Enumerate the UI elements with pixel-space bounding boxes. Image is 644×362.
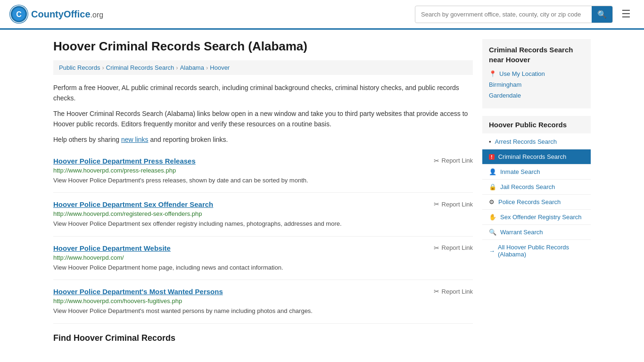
svg-text:C: C (16, 10, 22, 18)
description-1: Perform a free Hoover, AL public crimina… (53, 82, 473, 104)
report-link[interactable]: ✂ Report Link (434, 244, 473, 252)
search-button[interactable]: 🔍 (592, 6, 612, 23)
police-records-link[interactable]: Police Records Search (498, 198, 561, 206)
sidebar-item-criminal-records[interactable]: ! Criminal Records Search (482, 149, 591, 165)
sidebar-all-link[interactable]: → All Hoover Public Records (Alabama) (482, 240, 591, 262)
sidebar: Criminal Records Search near Hoover 📍 Us… (482, 39, 591, 343)
logo-text: CountyOffice.org (31, 9, 103, 20)
location-pin-icon: 📍 (489, 70, 496, 77)
header-right: 🔍 ☰ (415, 6, 635, 23)
sidebar-item-warrant-search[interactable]: 🔍 Warrant Search (482, 225, 591, 240)
use-my-location-link[interactable]: Use My Location (499, 70, 545, 77)
result-url: http://www.hooverpd.com/ (53, 254, 473, 261)
nearby-city-birmingham[interactable]: Birmingham (489, 81, 584, 88)
report-label: Report Link (442, 157, 473, 164)
sidebar-item-arrest-records[interactable]: ▪ Arrest Records Search (482, 134, 591, 149)
jail-icon: 🔒 (489, 183, 496, 190)
inmate-icon: 👤 (489, 168, 496, 175)
birmingham-link[interactable]: Birmingham (489, 81, 521, 88)
sidebar-section-title: Hoover Public Records (482, 116, 591, 133)
result-title[interactable]: Hoover Police Department's Most Wanted P… (53, 288, 223, 296)
use-my-location[interactable]: 📍 Use My Location (489, 70, 584, 77)
result-header: Hoover Police Department Sex Offender Se… (53, 200, 473, 208)
result-desc: View Hoover Police Department home page,… (53, 263, 473, 272)
criminal-records-link[interactable]: Criminal Records Search (498, 153, 567, 160)
sidebar-item-jail-records[interactable]: 🔒 Jail Records Search (482, 180, 591, 195)
result-title[interactable]: Hoover Police Department Sex Offender Se… (53, 200, 213, 208)
warrant-icon: 🔍 (489, 229, 496, 236)
result-item: Hoover Police Department's Most Wanted P… (53, 280, 473, 324)
sidebar-nearby-box: Criminal Records Search near Hoover 📍 Us… (482, 39, 591, 108)
breadcrumb-alabama[interactable]: Alabama (180, 64, 204, 71)
result-title[interactable]: Hoover Police Department Press Releases (53, 157, 196, 165)
result-item: Hoover Police Department Sex Offender Se… (53, 193, 473, 237)
result-title[interactable]: Hoover Police Department Website (53, 244, 171, 252)
nearby-city-gardendale[interactable]: Gardendale (489, 92, 584, 99)
content: Hoover Criminal Records Search (Alabama)… (53, 39, 473, 343)
inmate-search-link[interactable]: Inmate Search (500, 168, 540, 175)
arrest-records-link[interactable]: Arrest Records Search (495, 138, 557, 145)
result-desc: View Hoover Police Department's press re… (53, 176, 473, 185)
search-input[interactable] (415, 7, 592, 22)
report-link[interactable]: ✂ Report Link (434, 288, 473, 295)
report-icon: ✂ (434, 288, 439, 295)
arrest-icon: ▪ (489, 138, 491, 145)
description-2: The Hoover Criminal Records Search (Alab… (53, 108, 473, 130)
jail-records-link[interactable]: Jail Records Search (500, 183, 555, 190)
sex-offender-icon: ✋ (489, 214, 496, 221)
logo-area: C CountyOffice.org (9, 5, 103, 24)
result-url: http://www.hooverpd.com/registered-sex-o… (53, 210, 473, 217)
result-header: Hoover Police Department Press Releases … (53, 157, 473, 165)
report-link[interactable]: ✂ Report Link (434, 200, 473, 208)
arrow-icon: → (489, 247, 495, 255)
logo-icon: C (9, 5, 28, 24)
result-desc: View Hoover Police Department sex offend… (53, 219, 473, 229)
all-records-link[interactable]: All Hoover Public Records (Alabama) (498, 244, 584, 258)
result-item: Hoover Police Department Website ✂ Repor… (53, 237, 473, 280)
report-label: Report Link (442, 244, 473, 251)
new-links[interactable]: new links (121, 136, 149, 143)
sex-offender-link[interactable]: Sex Offender Registry Search (500, 214, 581, 221)
sidebar-public-records: Hoover Public Records ▪ Arrest Records S… (482, 116, 591, 262)
result-item: Hoover Police Department Press Releases … (53, 149, 473, 193)
result-url: http://www.hooverpd.com/hoovers-fugitive… (53, 297, 473, 304)
main-container: Hoover Criminal Records Search (Alabama)… (44, 30, 600, 353)
results-list: Hoover Police Department Press Releases … (53, 149, 473, 324)
result-header: Hoover Police Department's Most Wanted P… (53, 288, 473, 296)
report-icon: ✂ (434, 244, 439, 252)
report-icon: ✂ (434, 200, 439, 208)
menu-icon[interactable]: ☰ (618, 6, 635, 22)
report-link[interactable]: ✂ Report Link (434, 157, 473, 165)
result-desc: View Hoover Police Department's most wan… (53, 306, 473, 316)
description-3: Help others by sharing new links and rep… (53, 134, 473, 145)
breadcrumb-public-records[interactable]: Public Records (59, 64, 100, 71)
breadcrumb-criminal-records[interactable]: Criminal Records Search (106, 64, 174, 71)
police-icon: ⚙ (489, 198, 495, 206)
page-title: Hoover Criminal Records Search (Alabama) (53, 39, 473, 54)
sidebar-item-inmate-search[interactable]: 👤 Inmate Search (482, 165, 591, 180)
sidebar-nearby-title: Criminal Records Search near Hoover (489, 45, 584, 65)
sidebar-item-sex-offender[interactable]: ✋ Sex Offender Registry Search (482, 210, 591, 225)
criminal-icon: ! (489, 154, 495, 160)
search-bar: 🔍 (415, 6, 613, 23)
warrant-search-link[interactable]: Warrant Search (500, 229, 543, 236)
report-label: Report Link (442, 288, 473, 295)
breadcrumb: Public Records › Criminal Records Search… (53, 60, 473, 75)
find-records-heading: Find Hoover Criminal Records (53, 329, 473, 343)
report-label: Report Link (442, 201, 473, 208)
sidebar-item-police-records[interactable]: ⚙ Police Records Search (482, 195, 591, 210)
result-header: Hoover Police Department Website ✂ Repor… (53, 244, 473, 252)
header: C CountyOffice.org 🔍 ☰ (0, 0, 644, 30)
result-url: http://www.hooverpd.com/press-releases.p… (53, 167, 473, 174)
gardendale-link[interactable]: Gardendale (489, 92, 521, 99)
breadcrumb-hoover[interactable]: Hoover (210, 64, 230, 71)
report-icon: ✂ (434, 157, 439, 165)
